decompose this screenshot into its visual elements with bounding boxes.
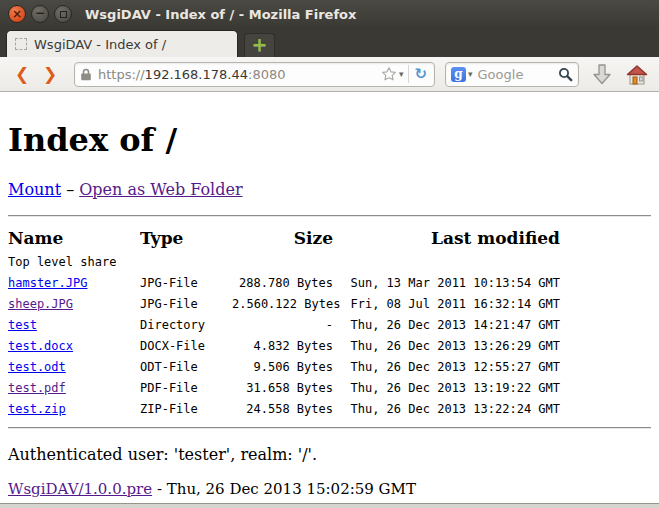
page-title: Index of / bbox=[8, 121, 651, 159]
table-row: hamster.JPG JPG-File 288.780 Bytes Sun, … bbox=[8, 272, 560, 293]
page-nav-links: Mount – Open as Web Folder bbox=[8, 180, 651, 199]
maximize-icon bbox=[60, 11, 67, 18]
reload-button[interactable]: ↻ bbox=[414, 67, 427, 82]
file-link-sheep[interactable]: sheep.JPG bbox=[8, 297, 73, 311]
file-table: Name Type Size Last modified Top level s… bbox=[8, 225, 560, 419]
share-label-row: Top level share bbox=[8, 251, 560, 272]
url-host: 192.168.178.44 bbox=[145, 67, 248, 82]
nav-dash: – bbox=[66, 180, 74, 199]
reload-icon: ↻ bbox=[414, 65, 427, 83]
file-type: JPG-File bbox=[140, 293, 232, 314]
url-input[interactable]: https://192.168.178.44:8080 bbox=[98, 67, 381, 82]
open-web-folder-link[interactable]: Open as Web Folder bbox=[79, 180, 242, 199]
page-content: Index of / Mount – Open as Web Folder Na… bbox=[0, 92, 659, 503]
file-size: 4.832 Bytes bbox=[232, 335, 333, 356]
file-size: 288.780 Bytes bbox=[232, 272, 333, 293]
header-name: Name bbox=[8, 225, 140, 251]
file-modified: Fri, 08 Jul 2011 16:32:14 GMT bbox=[333, 293, 560, 314]
table-row: test Directory - Thu, 26 Dec 2013 14:21:… bbox=[8, 314, 560, 335]
tab-bar: WsgiDAV - Index of / + bbox=[0, 28, 659, 57]
window-bottom-frame bbox=[0, 503, 659, 508]
google-letter: g bbox=[454, 68, 462, 80]
divider-bottom bbox=[8, 427, 651, 429]
search-engine-dropdown[interactable]: ▾ bbox=[468, 69, 473, 79]
file-modified: Sun, 13 Mar 2011 10:13:54 GMT bbox=[333, 272, 560, 293]
file-size: 31.658 Bytes bbox=[232, 377, 333, 398]
file-size: 24.558 Bytes bbox=[232, 398, 333, 419]
forward-button[interactable]: ❯ bbox=[36, 64, 64, 84]
minimize-icon: − bbox=[35, 7, 45, 19]
tab-label: WsgiDAV - Index of / bbox=[34, 37, 166, 52]
file-type: JPG-File bbox=[140, 272, 232, 293]
url-history-dropdown[interactable]: ▾ bbox=[399, 69, 404, 79]
home-button[interactable] bbox=[625, 64, 649, 85]
share-label: Top level share bbox=[8, 251, 560, 272]
download-arrow-icon bbox=[592, 64, 612, 85]
page-footer: WsgiDAV/1.0.0.pre - Thu, 26 Dec 2013 15:… bbox=[8, 480, 651, 498]
url-scheme: https:// bbox=[98, 67, 145, 82]
url-bar[interactable]: https://192.168.178.44:8080 ▾ ↻ bbox=[74, 62, 435, 87]
file-link-test-docx[interactable]: test.docx bbox=[8, 339, 73, 353]
window-close-button[interactable]: × bbox=[8, 5, 26, 23]
table-row: test.pdf PDF-File 31.658 Bytes Thu, 26 D… bbox=[8, 377, 560, 398]
bookmark-star-icon[interactable] bbox=[381, 66, 397, 82]
file-type: ODT-File bbox=[140, 356, 232, 377]
window-maximize-button[interactable] bbox=[54, 5, 72, 23]
auth-status-text: Authenticated user: 'tester', realm: '/'… bbox=[8, 445, 651, 464]
window-minimize-button[interactable]: − bbox=[31, 5, 49, 23]
file-type: Directory bbox=[140, 314, 232, 335]
header-type: Type bbox=[140, 225, 232, 251]
file-link-test-odt[interactable]: test.odt bbox=[8, 360, 66, 374]
window-title: WsgiDAV - Index of / - Mozilla Firefox bbox=[85, 7, 356, 22]
file-link-test-dir[interactable]: test bbox=[8, 318, 37, 332]
file-link-test-pdf[interactable]: test.pdf bbox=[8, 381, 66, 395]
urlbar-separator bbox=[408, 65, 409, 83]
google-engine-icon[interactable]: g bbox=[451, 67, 466, 82]
mount-link[interactable]: Mount bbox=[8, 180, 61, 199]
table-row: test.docx DOCX-File 4.832 Bytes Thu, 26 … bbox=[8, 335, 560, 356]
firefox-window: × − WsgiDAV - Index of / - Mozilla Firef… bbox=[0, 0, 659, 508]
tab-favicon-icon bbox=[15, 38, 27, 50]
file-modified: Thu, 26 Dec 2013 13:19:22 GMT bbox=[333, 377, 560, 398]
file-modified: Thu, 26 Dec 2013 13:22:24 GMT bbox=[333, 398, 560, 419]
file-type: DOCX-File bbox=[140, 335, 232, 356]
table-row: test.zip ZIP-File 24.558 Bytes Thu, 26 D… bbox=[8, 398, 560, 419]
divider-top bbox=[8, 215, 651, 217]
file-type: ZIP-File bbox=[140, 398, 232, 419]
titlebar: × − WsgiDAV - Index of / - Mozilla Firef… bbox=[0, 0, 659, 28]
file-modified: Thu, 26 Dec 2013 12:55:27 GMT bbox=[333, 356, 560, 377]
back-icon: ❮ bbox=[15, 64, 29, 84]
close-icon: × bbox=[12, 8, 22, 20]
navigation-toolbar: ❮ ❯ https://192.168.178.44:8080 ▾ ↻ g ▾ bbox=[0, 57, 659, 92]
tab-wsgidav[interactable]: WsgiDAV - Index of / bbox=[6, 30, 238, 57]
search-magnifier-icon[interactable] bbox=[558, 67, 573, 82]
file-type: PDF-File bbox=[140, 377, 232, 398]
file-size: 2.560.122 Bytes bbox=[232, 293, 333, 314]
file-modified: Thu, 26 Dec 2013 14:21:47 GMT bbox=[333, 314, 560, 335]
search-bar[interactable]: g ▾ bbox=[445, 62, 579, 87]
file-modified: Thu, 26 Dec 2013 13:26:29 GMT bbox=[333, 335, 560, 356]
url-port: :8080 bbox=[248, 67, 285, 82]
table-row: sheep.JPG JPG-File 2.560.122 Bytes Fri, … bbox=[8, 293, 560, 314]
wsgidav-version-link[interactable]: WsgiDAV/1.0.0.pre bbox=[8, 480, 152, 498]
header-modified: Last modified bbox=[333, 225, 560, 251]
back-button[interactable]: ❮ bbox=[8, 64, 36, 84]
file-link-hamster[interactable]: hamster.JPG bbox=[8, 276, 87, 290]
lock-icon bbox=[80, 68, 92, 81]
table-row: test.odt ODT-File 9.506 Bytes Thu, 26 De… bbox=[8, 356, 560, 377]
plus-icon: + bbox=[252, 35, 268, 54]
file-size: 9.506 Bytes bbox=[232, 356, 333, 377]
home-icon bbox=[625, 64, 649, 85]
table-header-row: Name Type Size Last modified bbox=[8, 225, 560, 251]
downloads-button[interactable] bbox=[592, 64, 612, 85]
forward-icon: ❯ bbox=[43, 64, 57, 84]
search-input[interactable] bbox=[478, 67, 558, 82]
footer-timestamp: - Thu, 26 Dec 2013 15:02:59 GMT bbox=[152, 480, 416, 498]
header-size: Size bbox=[232, 225, 333, 251]
new-tab-button[interactable]: + bbox=[244, 33, 275, 57]
file-link-test-zip[interactable]: test.zip bbox=[8, 402, 66, 416]
file-size: - bbox=[232, 314, 333, 335]
